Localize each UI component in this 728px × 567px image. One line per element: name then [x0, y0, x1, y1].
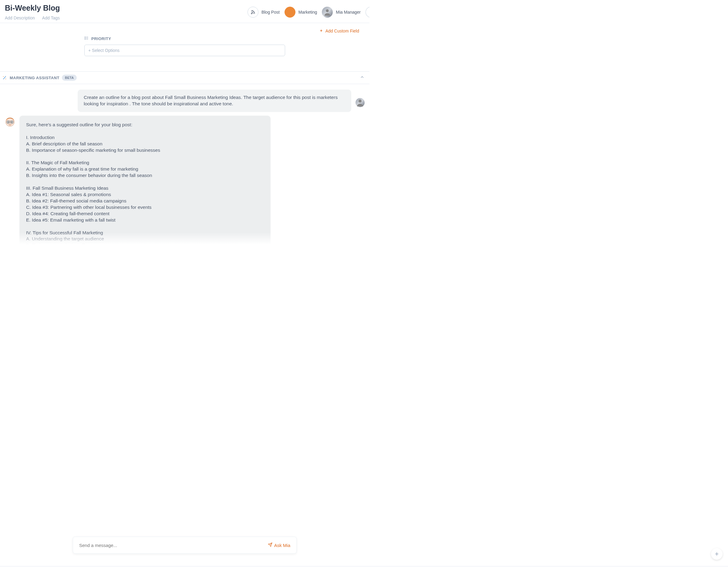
svg-point-12 [5, 79, 6, 79]
add-description-link[interactable]: Add Description [5, 15, 35, 20]
assistant-title: MARKETING ASSISTANT [10, 76, 59, 80]
custom-field-row: Add Custom Field [0, 23, 369, 36]
svg-point-8 [85, 39, 86, 39]
sparkle-icon [2, 75, 7, 80]
rss-icon [248, 7, 258, 18]
svg-point-19 [11, 121, 12, 123]
svg-line-10 [3, 76, 6, 79]
add-custom-field-button[interactable]: Add Custom Field [319, 29, 359, 33]
svg-point-13 [359, 100, 362, 103]
chip-blog-post[interactable]: Blog Post [248, 7, 280, 18]
plus-icon [319, 29, 323, 33]
avatar [322, 7, 333, 18]
svg-point-11 [3, 76, 4, 77]
svg-point-6 [85, 38, 86, 39]
svg-point-4 [85, 37, 86, 37]
partial-chip[interactable] [366, 7, 369, 18]
priority-icon [84, 36, 89, 42]
add-custom-field-label: Add Custom Field [325, 29, 359, 33]
svg-point-1 [326, 9, 329, 12]
svg-point-18 [8, 121, 9, 123]
chip-marketing-label: Marketing [298, 10, 317, 15]
chip-marketing[interactable]: Marketing [285, 7, 317, 18]
chip-blog-post-label: Blog Post [261, 10, 280, 15]
assistant-header: MARKETING ASSISTANT BETA [0, 71, 369, 84]
chip-manager[interactable]: Mia Manager [322, 7, 361, 18]
assistant-message-bubble: Sure, here's a suggested outline for you… [19, 116, 271, 244]
page-header: Bi-Weekly Blog Add Description Add Tags … [0, 0, 369, 23]
priority-section: PRIORITY + Select Options [0, 36, 369, 71]
beta-badge: BETA [62, 75, 77, 81]
chip-manager-label: Mia Manager [336, 10, 361, 15]
priority-select[interactable]: + Select Options [84, 45, 285, 56]
user-avatar [356, 98, 365, 107]
user-message-bubble: Create an outline for a blog post about … [78, 89, 351, 112]
user-message-row: Create an outline for a blog post about … [5, 89, 365, 112]
marketing-icon [285, 7, 295, 18]
assistant-avatar [5, 117, 15, 127]
assistant-message-row: Sure, here's a suggested outline for you… [5, 116, 365, 244]
chat-area: Create an outline for a blog post about … [0, 84, 369, 244]
priority-label: PRIORITY [91, 36, 111, 41]
add-tags-link[interactable]: Add Tags [42, 15, 60, 20]
header-right: Blog Post Marketing Mia Manager [248, 7, 369, 18]
chevron-up-icon[interactable] [360, 75, 365, 81]
priority-label-row: PRIORITY [84, 36, 285, 42]
svg-point-0 [251, 13, 252, 14]
